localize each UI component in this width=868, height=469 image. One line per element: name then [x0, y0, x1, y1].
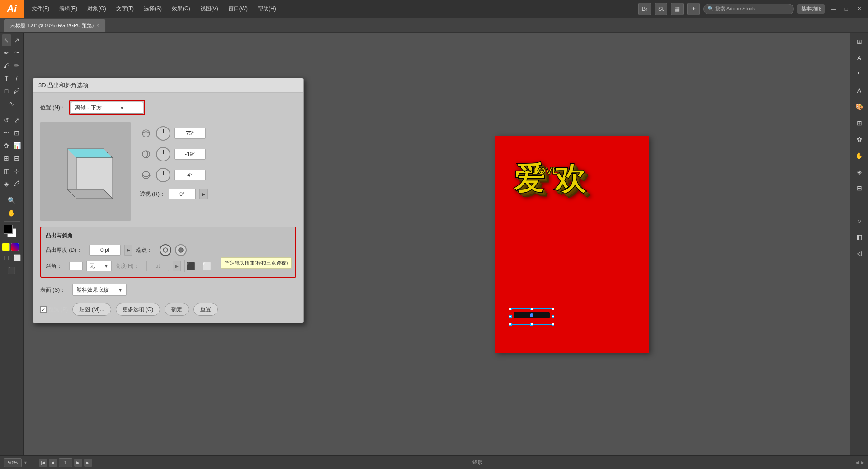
- perspective-arrow[interactable]: ▶: [199, 189, 208, 199]
- extrude-input[interactable]: 0 pt: [89, 245, 121, 256]
- cap-btn-closed[interactable]: [175, 244, 187, 256]
- artboard-prev-btn[interactable]: ◀: [855, 460, 859, 465]
- sidebar-paragraph-btn[interactable]: ¶: [852, 67, 867, 81]
- paste-button[interactable]: 贴图 (M)...: [72, 303, 111, 316]
- menu-edit[interactable]: 编辑(E): [55, 3, 82, 14]
- artboard-tool[interactable]: ⊞: [2, 152, 11, 164]
- smooth-tool[interactable]: 〜: [12, 47, 22, 59]
- cap-btn-open[interactable]: [160, 244, 171, 256]
- brush-tool[interactable]: 🖌: [2, 60, 11, 71]
- gradient-mode-btn[interactable]: [11, 243, 19, 251]
- direct-selection-tool[interactable]: ↗: [12, 34, 22, 46]
- handle-ml[interactable]: [509, 315, 512, 318]
- reset-button[interactable]: 重置: [193, 303, 218, 316]
- fill-swatch[interactable]: [4, 225, 13, 234]
- menu-window[interactable]: 窗口(W): [224, 3, 252, 14]
- st-button[interactable]: St: [655, 3, 667, 15]
- pencil-tool[interactable]: ✏: [12, 60, 22, 71]
- nav-next-btn[interactable]: ▶: [74, 459, 82, 467]
- angle-input-3[interactable]: 4°: [174, 170, 206, 180]
- workspace-label[interactable]: 基本功能: [797, 4, 825, 14]
- bevel-select[interactable]: 无 ▼: [86, 261, 112, 271]
- nav-last-btn[interactable]: ▶|: [84, 459, 92, 467]
- warp-tool[interactable]: 〜: [2, 127, 11, 139]
- menu-object[interactable]: 对象(O): [83, 3, 110, 14]
- angle-dial-2[interactable]: [156, 147, 170, 161]
- handle-tl[interactable]: [509, 308, 512, 310]
- sidebar-expand-btn[interactable]: ◁: [852, 246, 867, 261]
- mesh-tool[interactable]: ⊹: [12, 165, 22, 177]
- perspective-input[interactable]: 0°: [169, 189, 196, 199]
- eyedropper-tool[interactable]: 🖊: [12, 85, 22, 97]
- preview-checkbox[interactable]: 预览 (P): [40, 306, 68, 313]
- curvature-tool[interactable]: ∿: [2, 98, 22, 109]
- rotate-tool[interactable]: ↺: [2, 114, 11, 126]
- handle-bl[interactable]: [509, 323, 512, 326]
- sidebar-properties-btn[interactable]: ⊞: [852, 34, 867, 49]
- share-button[interactable]: ✈: [687, 3, 700, 15]
- angle-dial-1[interactable]: [156, 126, 170, 141]
- extrude-input-arrow[interactable]: ▶: [124, 245, 132, 256]
- selection-tool[interactable]: ↖: [2, 34, 11, 46]
- menu-view[interactable]: 视图(V): [196, 3, 223, 14]
- pen-tool[interactable]: ✒: [2, 47, 11, 59]
- menu-help[interactable]: 帮助(H): [253, 3, 281, 14]
- zoom-input[interactable]: 50%: [4, 458, 22, 467]
- angle-dial-3[interactable]: [156, 168, 170, 182]
- sidebar-layers-btn[interactable]: ◧: [852, 230, 867, 244]
- handle-tr[interactable]: [552, 308, 554, 310]
- menu-file[interactable]: 文件(F): [27, 3, 54, 14]
- workspace-layout-button[interactable]: ▦: [671, 3, 684, 15]
- line-tool[interactable]: /: [12, 72, 22, 84]
- page-input[interactable]: 1: [59, 458, 72, 467]
- angle-input-1[interactable]: 75°: [174, 128, 206, 139]
- ok-button[interactable]: 确定: [165, 303, 189, 316]
- type-tool[interactable]: T: [2, 72, 11, 84]
- handle-bm[interactable]: [530, 323, 533, 326]
- tab-close-button[interactable]: ×: [96, 23, 99, 28]
- position-select[interactable]: 离轴 - 下方 ▼: [71, 102, 143, 114]
- color-mode-btn[interactable]: [2, 243, 10, 251]
- close-button[interactable]: ✕: [855, 5, 863, 13]
- hand-tool[interactable]: ✋: [2, 207, 22, 219]
- live-paint-tool[interactable]: 🖍: [12, 178, 22, 189]
- sidebar-align-btn[interactable]: ⊟: [852, 181, 867, 195]
- blend-tool[interactable]: ◈: [2, 178, 11, 189]
- artboard-next-btn[interactable]: ▶: [861, 460, 864, 465]
- br-button[interactable]: Br: [638, 3, 651, 15]
- sidebar-symbols-btn[interactable]: ✋: [852, 148, 867, 163]
- sidebar-color-btn[interactable]: 🎨: [852, 99, 867, 114]
- free-transform-tool[interactable]: ⊡: [12, 127, 22, 139]
- preview-checkbox-box[interactable]: [40, 306, 47, 313]
- symbol-tool[interactable]: ✿: [2, 140, 11, 152]
- scale-tool[interactable]: ⤢: [12, 114, 22, 126]
- sidebar-appearance-btn[interactable]: ◈: [852, 165, 867, 179]
- sidebar-brushes-btn[interactable]: ✿: [852, 132, 867, 147]
- change-screen-mode-btn[interactable]: ⬛: [2, 265, 22, 276]
- menu-effect[interactable]: 效果(C): [167, 3, 195, 14]
- surface-select[interactable]: 塑料效果底纹 ▼: [72, 284, 127, 296]
- zoom-arrow[interactable]: ▼: [24, 460, 28, 465]
- nav-first-btn[interactable]: |◀: [39, 459, 47, 467]
- sidebar-transform-btn[interactable]: —: [852, 197, 867, 212]
- menu-text[interactable]: 文字(T): [112, 3, 138, 14]
- sidebar-swatches-btn[interactable]: ⊞: [852, 116, 867, 130]
- zoom-tool[interactable]: 🔍: [2, 194, 22, 206]
- handle-tm[interactable]: [530, 308, 533, 310]
- sidebar-char-btn[interactable]: A: [852, 83, 867, 98]
- nav-prev-btn[interactable]: ◀: [49, 459, 57, 467]
- more-options-button[interactable]: 更多选项 (O): [116, 303, 160, 316]
- sidebar-pathfinder-btn[interactable]: ○: [852, 213, 867, 228]
- menu-select[interactable]: 选择(S): [139, 3, 166, 14]
- gradient-tool[interactable]: ◫: [2, 165, 11, 177]
- column-graph-tool[interactable]: 📊: [12, 140, 22, 152]
- rectangle-tool[interactable]: □: [2, 85, 11, 97]
- normal-view-btn[interactable]: □: [2, 252, 11, 264]
- angle-input-2[interactable]: -19°: [174, 149, 206, 160]
- handle-mr[interactable]: [552, 315, 554, 318]
- full-view-btn[interactable]: ⬜: [12, 252, 22, 264]
- slice-tool[interactable]: ⊟: [12, 152, 22, 164]
- sidebar-libraries-btn[interactable]: A: [852, 51, 867, 65]
- maximize-button[interactable]: □: [843, 5, 850, 13]
- document-tab[interactable]: 未标题-1.ai* @ 50% (RGB/GPU 预览) ×: [4, 19, 106, 32]
